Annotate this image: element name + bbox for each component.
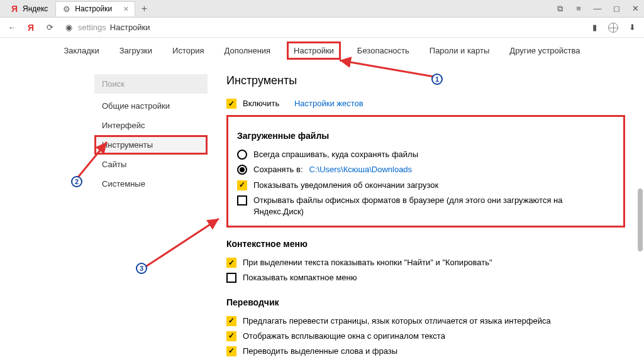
- sidebar-search[interactable]: Поиск: [94, 74, 208, 94]
- sidebar-item-tools[interactable]: Инструменты: [94, 135, 208, 155]
- new-tab-button[interactable]: +: [136, 3, 152, 14]
- topnav-passwords[interactable]: Пароли и карты: [426, 43, 494, 58]
- sidebar-item-general[interactable]: Общие настройки: [94, 96, 208, 116]
- tab-yandex[interactable]: Я Яндекс: [4, 1, 54, 16]
- topnav-addons[interactable]: Дополнения: [220, 43, 274, 58]
- address-field[interactable]: ◉ settings Настройки: [63, 22, 581, 33]
- content-area: Инструменты Включить Настройки жестов За…: [208, 69, 644, 362]
- address-page: Настройки: [110, 23, 150, 32]
- enable-checkbox[interactable]: [226, 99, 236, 109]
- address-prefix: settings: [78, 23, 106, 32]
- findcopy-label: При выделении текста показывать кнопки "…: [243, 257, 492, 268]
- panel-icon[interactable]: ⧉: [555, 4, 565, 14]
- annotation-marker-1: 1: [431, 74, 443, 85]
- offer-translate-label: Предлагать перевести страницы, язык кото…: [243, 315, 551, 327]
- compact-label: Показывать компактное меню: [243, 272, 357, 283]
- topnav-downloads[interactable]: Загрузки: [116, 43, 156, 58]
- titlebar: Я Яндекс ⚙ Настройки × + ⧉ ≡ — ◻ ✕: [0, 0, 644, 18]
- always-ask-label: Всегда спрашивать, куда сохранять файлы: [253, 149, 418, 160]
- downloads-section: Загруженные файлы Всегда спрашивать, куд…: [226, 115, 625, 228]
- topnav-devices[interactable]: Другие устройства: [506, 43, 584, 58]
- scrollbar-thumb[interactable]: [638, 189, 643, 251]
- office-checkbox[interactable]: [237, 195, 247, 206]
- tab-settings[interactable]: ⚙ Настройки ×: [55, 1, 135, 16]
- tools-title: Инструменты: [226, 74, 625, 87]
- main-area: Поиск Общие настройки Интерфейс Инструме…: [0, 63, 644, 362]
- close-window-icon[interactable]: ✕: [630, 4, 640, 14]
- download-icon[interactable]: ⬇: [626, 22, 638, 33]
- enable-label: Включить: [243, 98, 279, 109]
- save-to-label: Сохранять в:: [253, 164, 303, 175]
- notify-checkbox[interactable]: [237, 180, 247, 190]
- sidebar-item-interface[interactable]: Интерфейс: [94, 116, 208, 135]
- translator-title: Переводчик: [226, 297, 625, 307]
- sidebar-item-sites[interactable]: Сайты: [94, 155, 208, 174]
- annotation-marker-3: 3: [136, 263, 147, 274]
- tab-label: Яндекс: [23, 4, 48, 13]
- translate-selection-label: Переводить выделенные слова и фразы: [243, 346, 397, 357]
- maximize-icon[interactable]: ◻: [611, 4, 621, 14]
- address-bar: ← Я ⟳ ◉ settings Настройки ▮ ⬇: [0, 18, 644, 38]
- topnav-history[interactable]: История: [169, 43, 208, 58]
- findcopy-checkbox[interactable]: [226, 258, 236, 268]
- popup-original-checkbox[interactable]: [226, 331, 236, 341]
- reload-icon[interactable]: ⟳: [44, 22, 55, 33]
- offer-translate-checkbox[interactable]: [226, 316, 236, 326]
- radio-always-ask[interactable]: [237, 150, 247, 160]
- gesture-settings-link[interactable]: Настройки жестов: [294, 98, 364, 109]
- settings-topnav: Закладки Загрузки История Дополнения Нас…: [0, 38, 644, 63]
- context-title: Контекстное меню: [226, 239, 625, 249]
- close-tab-icon[interactable]: ×: [123, 4, 128, 14]
- annotation-marker-2: 2: [71, 176, 82, 187]
- translate-selection-checkbox[interactable]: [226, 346, 236, 356]
- bookmark-icon[interactable]: ▮: [589, 22, 600, 33]
- radio-save-to[interactable]: [237, 165, 247, 175]
- lock-icon: ◉: [63, 22, 74, 33]
- topnav-settings[interactable]: Настройки: [287, 41, 341, 60]
- topnav-bookmarks[interactable]: Закладки: [60, 43, 103, 58]
- popup-original-label: Отображать всплывающие окна с оригиналом…: [243, 331, 445, 342]
- extensions-icon[interactable]: [608, 22, 619, 33]
- yandex-home-icon[interactable]: Я: [25, 22, 36, 33]
- menu-icon[interactable]: ≡: [574, 4, 584, 14]
- notify-label: Показывать уведомления об окончании загр…: [253, 180, 438, 191]
- sidebar: Поиск Общие настройки Интерфейс Инструме…: [94, 69, 208, 362]
- downloads-title: Загруженные файлы: [237, 131, 614, 141]
- office-label: Открывать файлы офисных форматов в брауз…: [253, 195, 614, 217]
- sidebar-item-system[interactable]: Системные: [94, 174, 208, 194]
- back-icon[interactable]: ←: [6, 22, 18, 33]
- minimize-icon[interactable]: —: [592, 4, 602, 14]
- yandex-logo-icon: Я: [10, 4, 19, 13]
- topnav-security[interactable]: Безопасность: [353, 43, 413, 58]
- gear-icon: ⚙: [62, 4, 71, 13]
- window-controls: ⧉ ≡ — ◻ ✕: [555, 4, 640, 14]
- save-to-path-link[interactable]: C:\Users\Ксюша\Downloads: [309, 164, 413, 175]
- tab-label: Настройки: [75, 4, 112, 13]
- compact-checkbox[interactable]: [226, 273, 236, 283]
